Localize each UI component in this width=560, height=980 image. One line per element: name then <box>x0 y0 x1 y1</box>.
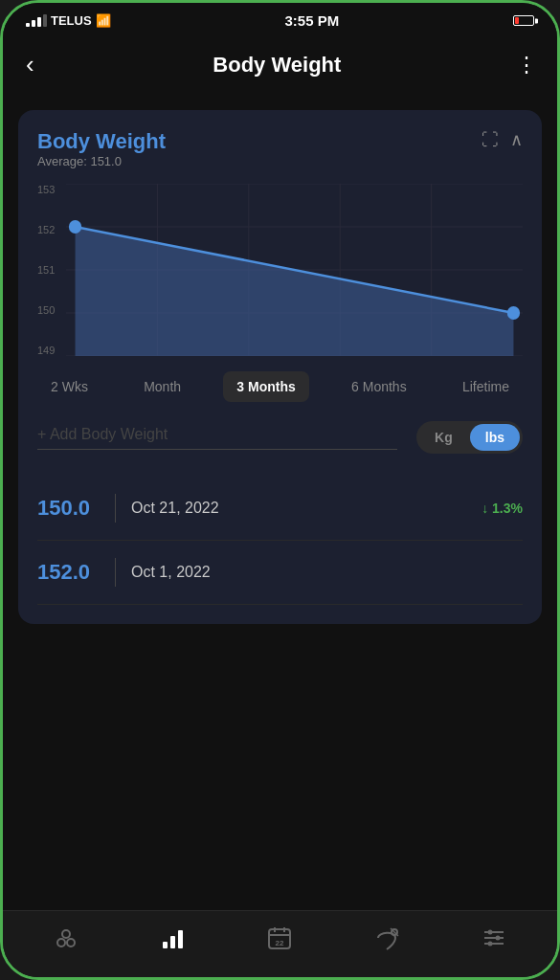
time-option-3months[interactable]: 3 Months <box>223 371 308 402</box>
header: ‹ Body Weight ⋮ <box>3 34 557 95</box>
collapse-icon[interactable]: ∧ <box>510 129 523 150</box>
nav-item-settings[interactable] <box>481 924 507 958</box>
battery-fill <box>515 17 519 24</box>
svg-text:22: 22 <box>276 939 284 947</box>
bottom-nav: 22 <box>3 910 557 977</box>
svg-point-10 <box>67 939 75 947</box>
add-weight-section: Kg lbs <box>37 421 523 457</box>
carrier-label: TELUS <box>51 13 92 28</box>
weight-divider-2 <box>115 558 116 587</box>
chart-svg <box>66 184 523 356</box>
svg-point-11 <box>62 930 70 938</box>
card-actions: ⛶ ∧ <box>482 129 523 150</box>
status-right <box>513 15 534 26</box>
expand-icon[interactable]: ⛶ <box>482 130 499 150</box>
chart-area <box>66 184 523 356</box>
settings-icon <box>481 924 507 958</box>
add-weight-input-wrapper <box>37 426 397 450</box>
svg-rect-12 <box>163 942 168 948</box>
status-time: 3:55 PM <box>284 12 339 29</box>
y-label-150: 150 <box>37 304 55 316</box>
wifi-icon: 📶 <box>96 13 111 28</box>
weight-divider-1 <box>115 494 116 523</box>
time-option-2wks[interactable]: 2 Wks <box>37 371 101 402</box>
page-title: Body Weight <box>213 53 341 78</box>
card-title: Body Weight <box>37 129 166 154</box>
svg-point-25 <box>488 930 493 935</box>
time-selector: 2 Wks Month 3 Months 6 Months Lifetime <box>37 371 523 402</box>
time-option-lifetime[interactable]: Lifetime <box>449 371 523 402</box>
battery-icon <box>513 15 534 26</box>
y-label-149: 149 <box>37 345 55 356</box>
weight-entry-1: 150.0 Oct 21, 2022 ↓ 1.3% <box>37 477 523 541</box>
back-button[interactable]: ‹ <box>22 46 38 83</box>
progress-icon <box>160 924 187 958</box>
time-option-month[interactable]: Month <box>130 371 194 402</box>
status-left: TELUS 📶 <box>26 13 111 28</box>
y-label-153: 153 <box>37 184 55 195</box>
unit-kg[interactable]: Kg <box>419 424 468 451</box>
chart-y-labels: 153 152 151 150 149 <box>37 184 55 356</box>
svg-rect-13 <box>170 936 175 948</box>
nav-item-goals[interactable] <box>373 924 400 958</box>
weight-entry-2: 152.0 Oct 1, 2022 <box>37 541 523 605</box>
y-label-152: 152 <box>37 224 55 235</box>
weight-date-2: Oct 1, 2022 <box>131 564 523 581</box>
signal-bars-icon <box>26 14 47 27</box>
unit-lbs[interactable]: lbs <box>470 424 520 451</box>
card-subtitle: Average: 151.0 <box>37 154 166 168</box>
weight-value-2: 152.0 <box>37 560 100 585</box>
weight-value-1: 150.0 <box>37 496 100 521</box>
menu-button[interactable]: ⋮ <box>516 53 538 78</box>
svg-rect-14 <box>178 930 183 948</box>
status-bar: TELUS 📶 3:55 PM <box>3 3 557 34</box>
chart-area-fill <box>76 227 514 356</box>
nav-item-metrics[interactable] <box>53 924 79 958</box>
svg-point-9 <box>57 939 65 947</box>
chart-point-end <box>507 306 520 320</box>
card-header: Body Weight Average: 151.0 ⛶ ∧ <box>37 129 523 180</box>
chart-point-start <box>69 220 81 234</box>
main-content: Body Weight Average: 151.0 ⛶ ∧ 153 152 1… <box>3 95 557 910</box>
body-weight-card: Body Weight Average: 151.0 ⛶ ∧ 153 152 1… <box>18 110 542 624</box>
calendar-icon: 22 <box>266 924 293 958</box>
metrics-icon <box>53 924 79 958</box>
svg-point-26 <box>496 936 501 941</box>
unit-toggle: Kg lbs <box>416 421 523 454</box>
svg-point-27 <box>488 942 493 947</box>
weight-change-1: ↓ 1.3% <box>482 501 523 516</box>
y-label-151: 151 <box>37 264 55 276</box>
add-weight-input[interactable] <box>37 426 397 450</box>
time-option-6months[interactable]: 6 Months <box>338 371 420 402</box>
weight-date-1: Oct 21, 2022 <box>131 500 482 517</box>
chart-container: 153 152 151 150 149 <box>37 184 523 356</box>
nav-item-progress[interactable] <box>160 924 187 958</box>
nav-item-calendar[interactable]: 22 <box>266 924 293 958</box>
goals-icon <box>373 924 400 958</box>
phone-frame: TELUS 📶 3:55 PM ‹ Body Weight ⋮ Body Wei… <box>0 0 560 980</box>
